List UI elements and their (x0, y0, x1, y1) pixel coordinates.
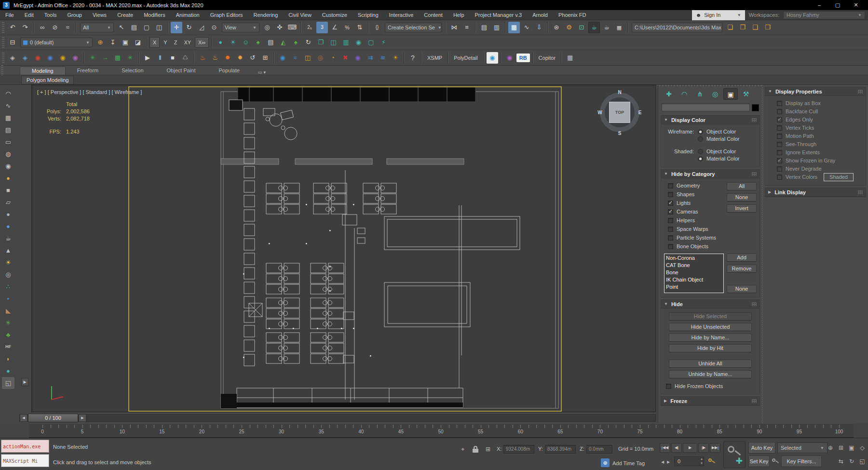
layer-explorer-icon[interactable]: ▥ (491, 22, 502, 33)
next-frame-button[interactable]: ▶ (79, 414, 86, 422)
paint-sphere-icon[interactable]: ● (2, 172, 14, 184)
toolbar-flyout-button[interactable]: ▶ (21, 378, 28, 386)
sun-icon[interactable]: ☀ (2, 256, 14, 269)
cone-icon[interactable]: ▲ (2, 244, 14, 256)
abc-quad-icon[interactable]: ▦ (613, 22, 625, 33)
paint-box-icon[interactable]: ■ (2, 184, 14, 196)
select-rotate-icon[interactable]: ↻ (183, 22, 195, 33)
menu-group[interactable]: Group (62, 10, 87, 20)
teapot-icon[interactable]: ☕ (2, 232, 14, 244)
none-button[interactable]: None (727, 193, 757, 201)
menu-views[interactable]: Views (87, 10, 112, 20)
list-item[interactable]: Non-Corona (666, 255, 722, 262)
never-degrade-checkbox[interactable] (777, 166, 782, 172)
phoenix-cheese-icon[interactable]: ◔ (327, 52, 339, 64)
render-setup-icon[interactable]: ⚙ (563, 22, 575, 33)
phoenix-m-icon[interactable]: ◉ (352, 52, 364, 64)
menu-rendering[interactable]: Rendering (248, 10, 284, 20)
display-driver-icon[interactable]: ▦ (564, 52, 576, 64)
vertex-colors-checkbox[interactable] (777, 175, 782, 180)
list-item[interactable]: Point (666, 283, 722, 291)
orb-icon[interactable]: ◎ (2, 269, 14, 281)
see-through-checkbox[interactable] (777, 142, 782, 147)
civil-plug-icon[interactable]: ⚡ (378, 37, 389, 48)
modify-tab[interactable]: ◠ (677, 88, 692, 100)
menu-project-manager-v-3[interactable]: Project Manager v.3 (470, 10, 528, 20)
ignore-extents-checkbox[interactable] (777, 150, 782, 155)
menu-file[interactable]: File (0, 10, 19, 20)
project-save-icon[interactable]: ❑ (749, 22, 761, 33)
particle-systems-checkbox[interactable] (668, 235, 673, 241)
display-color-header[interactable]: ▼ Display Color (661, 116, 760, 124)
unhide-all-button[interactable]: Unhide All (669, 360, 752, 368)
key-filter-icon[interactable] (772, 457, 779, 465)
menu-civil-view[interactable]: Civil View (283, 10, 316, 20)
set-current-layer-icon[interactable]: ◪ (132, 37, 144, 48)
add-to-layer-icon[interactable]: ↧ (107, 37, 119, 48)
rect-selection-region-icon[interactable]: ▢ (141, 22, 152, 33)
phoenix-wave-icon[interactable]: ≋ (377, 52, 389, 64)
sphere-blue-icon[interactable]: ● (2, 220, 14, 232)
menu-help[interactable]: Help (448, 10, 470, 20)
previous-key-icon[interactable]: ◀ (660, 457, 665, 467)
civil-frog-icon[interactable]: ☺ (240, 37, 251, 48)
wireframe-material-color-radio[interactable] (698, 136, 703, 142)
zoom-all-icon[interactable]: ⊞ (836, 443, 846, 453)
motion-path-checkbox[interactable] (777, 134, 782, 139)
y-constraint-button[interactable]: Y (161, 37, 170, 48)
corona-purple-icon[interactable]: ◉ (69, 52, 81, 64)
track-bar[interactable]: 0510152025303540455055606570758085909510… (29, 423, 854, 438)
absolute-offset-toggle-icon[interactable]: ⊞ (483, 444, 493, 454)
object-color-swatch[interactable] (752, 104, 759, 111)
list-item[interactable]: Bone (666, 269, 722, 276)
shapes-checkbox[interactable] (668, 192, 673, 197)
curve-editor-icon[interactable]: ∿ (521, 22, 532, 33)
toolbar-drag-handle[interactable] (2, 37, 4, 48)
forest-burst-icon[interactable]: ✳ (124, 52, 136, 64)
ribbon-overflow-button[interactable]: ▭ ▾ (258, 70, 266, 75)
menu-graph-editors[interactable]: Graph Editors (205, 10, 248, 20)
xy-constraint-button[interactable]: XY (181, 37, 194, 48)
project-path-dropdown[interactable]: C:\Users\20122\Documents\3ds Max 2020▼ (632, 23, 722, 32)
undo-icon[interactable]: ↶ (7, 22, 18, 33)
phoenix-box-icon[interactable]: ⊞ (259, 52, 271, 64)
viewport-nav-icon[interactable]: ◱ (2, 377, 14, 389)
shaded-object-color-radio[interactable] (698, 149, 703, 154)
drop-icon[interactable]: ● (2, 293, 14, 305)
zoom-extents-icon[interactable]: ▣ (847, 443, 856, 453)
key-filters-button[interactable]: Key Filters... (781, 456, 822, 467)
mirror-icon[interactable]: ⋈ (448, 22, 460, 33)
scene-explorer-icon[interactable]: ▤ (478, 22, 490, 33)
transform-gizmo-icon[interactable]: ⌖ (458, 444, 468, 454)
sign-in-button[interactable]: ☻ Sign In ▼ (692, 10, 745, 20)
selection-lock-icon[interactable] (473, 446, 478, 453)
select-manipulate-icon[interactable]: ✜ (274, 22, 285, 33)
remove-list-button[interactable]: Remove (727, 265, 757, 273)
time-slider-track[interactable] (19, 414, 656, 422)
select-and-link-icon[interactable]: ∞ (37, 22, 48, 33)
keyboard-override-icon[interactable]: ⌨ (286, 22, 298, 33)
create-layer-icon[interactable]: ⊕ (95, 37, 106, 48)
hide-header[interactable]: ▼ Hide (661, 300, 760, 309)
use-pivot-center-icon[interactable]: ◎ (261, 22, 273, 33)
civil-refresh-icon[interactable]: ↻ (302, 37, 314, 48)
forest-checker-icon[interactable]: ▦ (112, 52, 123, 64)
phoenix-splash-icon[interactable]: ≈ (289, 52, 301, 64)
phoenix-x-icon[interactable]: ✖ (339, 52, 351, 64)
tab-freeform[interactable]: Freeform (66, 67, 110, 75)
axe-icon[interactable]: ◣ (2, 305, 14, 317)
frame-spinner[interactable]: ▲▼ (700, 457, 703, 466)
project-open-icon[interactable]: ❐ (737, 22, 748, 33)
space-warps-checkbox[interactable] (668, 227, 673, 232)
selection-filter-dropdown[interactable]: All▼ (80, 23, 114, 32)
toolbar-drag-handle[interactable] (2, 22, 4, 33)
workspace-dropdown[interactable]: Hosny Fahmy ▼ (783, 11, 865, 19)
tab-object-paint[interactable]: Object Paint (155, 67, 207, 75)
create-tab[interactable]: ✚ (662, 88, 676, 100)
toolbar-drag-handle[interactable] (2, 53, 4, 63)
civil-sphere-icon[interactable]: ● (215, 37, 226, 48)
phoenix-flame-icon[interactable]: ♨ (197, 52, 208, 64)
zoom-icon[interactable]: ⊕ (826, 443, 835, 453)
menu-phoenix-fd[interactable]: Phoenix FD (553, 10, 591, 20)
plant-icon[interactable]: ✳ (2, 317, 14, 329)
